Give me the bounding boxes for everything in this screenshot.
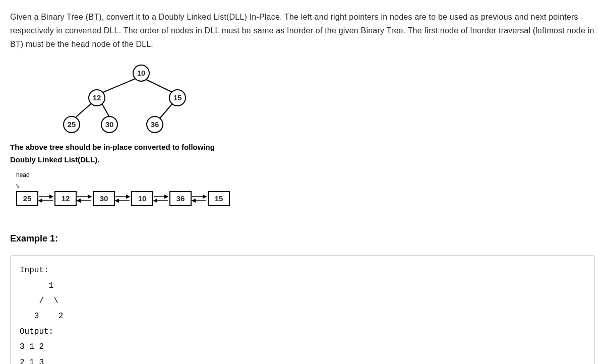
svg-line-2 <box>73 102 93 119</box>
head-label: head ↘ <box>16 170 595 190</box>
tree-node-rightleft: 36 <box>146 116 163 133</box>
tree-node-leftleft: 25 <box>63 116 80 133</box>
head-arrow-icon: ↘ <box>15 181 594 191</box>
tree-node-root: 10 <box>133 65 150 82</box>
dll-node: 36 <box>169 191 192 206</box>
dll-node: 30 <box>93 191 115 206</box>
dll-node: 15 <box>208 191 230 206</box>
dll-node: 10 <box>131 191 153 206</box>
dll-node: 25 <box>16 191 38 206</box>
tree-diagram: 10 12 15 25 30 36 <box>10 62 595 137</box>
dll-node: 12 <box>54 191 77 206</box>
example-code-block: Input: 1 / \ 3 2 Output: 3 1 2 2 1 3 <box>10 255 595 364</box>
svg-line-0 <box>98 77 140 94</box>
caption-line2: Doubly Linked List(DLL). <box>10 155 595 165</box>
dll-diagram: 25 12 30 10 36 15 <box>10 191 595 211</box>
tree-node-left: 12 <box>88 89 105 106</box>
problem-description: Given a Binary Tree (BT), convert it to … <box>10 10 595 51</box>
example-heading: Example 1: <box>10 231 595 247</box>
tree-node-leftright: 30 <box>101 116 118 133</box>
caption-line1: The above tree should be in-place conver… <box>10 142 595 152</box>
tree-node-right: 15 <box>169 89 186 106</box>
